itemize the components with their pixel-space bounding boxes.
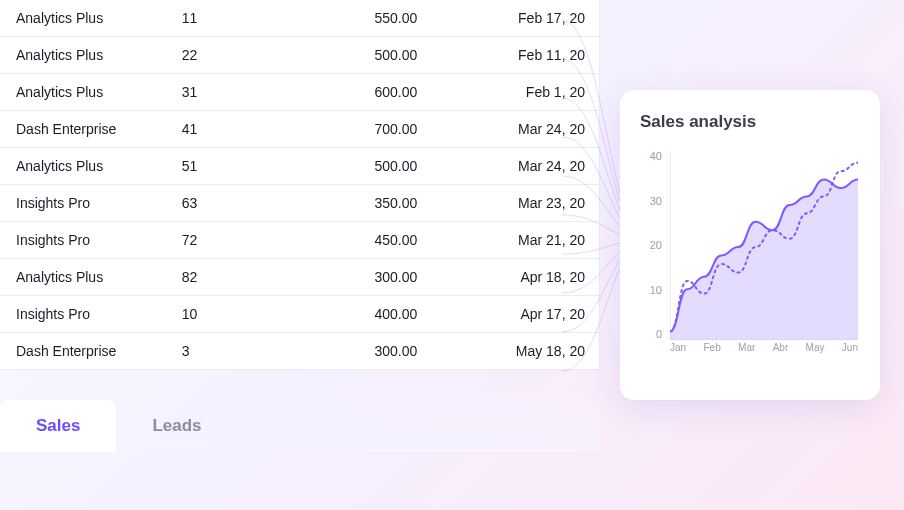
table-row[interactable]: Analytics Plus82300.00Apr 18, 20 <box>0 259 599 296</box>
qty-cell: 22 <box>170 37 270 74</box>
table-row[interactable]: Dash Enterprise41700.00Mar 24, 20 <box>0 111 599 148</box>
date-cell: Feb 11, 20 <box>429 37 599 74</box>
chart-area-fill <box>670 180 858 340</box>
qty-cell: 82 <box>170 259 270 296</box>
amount-cell: 600.00 <box>270 74 430 111</box>
y-axis: 403020100 <box>640 150 668 340</box>
date-cell: Mar 24, 20 <box>429 148 599 185</box>
y-tick: 20 <box>640 239 668 251</box>
qty-cell: 3 <box>170 333 270 370</box>
date-cell: May 18, 20 <box>429 333 599 370</box>
x-tick: Mar <box>738 342 755 353</box>
table-row[interactable]: Insights Pro10400.00Apr 17, 20 <box>0 296 599 333</box>
y-tick: 10 <box>640 284 668 296</box>
y-tick: 30 <box>640 195 668 207</box>
qty-cell: 31 <box>170 74 270 111</box>
qty-cell: 41 <box>170 111 270 148</box>
amount-cell: 350.00 <box>270 185 430 222</box>
qty-cell: 63 <box>170 185 270 222</box>
product-cell: Dash Enterprise <box>0 333 170 370</box>
chart-area: 403020100 JanFebMarAbrMayJun <box>640 150 860 360</box>
y-tick: 40 <box>640 150 668 162</box>
product-cell: Insights Pro <box>0 222 170 259</box>
amount-cell: 500.00 <box>270 148 430 185</box>
x-tick: Jun <box>842 342 858 353</box>
qty-cell: 51 <box>170 148 270 185</box>
product-cell: Analytics Plus <box>0 259 170 296</box>
table-row[interactable]: Insights Pro63350.00Mar 23, 20 <box>0 185 599 222</box>
date-cell: Feb 1, 20 <box>429 74 599 111</box>
date-cell: Mar 23, 20 <box>429 185 599 222</box>
chart-plot <box>670 150 858 340</box>
sales-table: Analytics Plus11550.00Feb 17, 20Analytic… <box>0 0 600 370</box>
table-row[interactable]: Analytics Plus11550.00Feb 17, 20 <box>0 0 599 37</box>
x-tick: Feb <box>703 342 720 353</box>
amount-cell: 550.00 <box>270 0 430 37</box>
product-cell: Analytics Plus <box>0 148 170 185</box>
table-row[interactable]: Analytics Plus51500.00Mar 24, 20 <box>0 148 599 185</box>
x-tick: Abr <box>773 342 789 353</box>
amount-cell: 700.00 <box>270 111 430 148</box>
tab-leads[interactable]: Leads <box>116 400 237 452</box>
table-row[interactable]: Dash Enterprise3300.00May 18, 20 <box>0 333 599 370</box>
product-cell: Analytics Plus <box>0 37 170 74</box>
table-row[interactable]: Analytics Plus22500.00Feb 11, 20 <box>0 37 599 74</box>
table-row[interactable]: Insights Pro72450.00Mar 21, 20 <box>0 222 599 259</box>
tabs-bar: Sales Leads <box>0 390 600 452</box>
table-row[interactable]: Analytics Plus31600.00Feb 1, 20 <box>0 74 599 111</box>
product-cell: Analytics Plus <box>0 0 170 37</box>
product-cell: Dash Enterprise <box>0 111 170 148</box>
amount-cell: 400.00 <box>270 296 430 333</box>
x-tick: Jan <box>670 342 686 353</box>
product-cell: Insights Pro <box>0 296 170 333</box>
product-cell: Analytics Plus <box>0 74 170 111</box>
date-cell: Apr 17, 20 <box>429 296 599 333</box>
qty-cell: 72 <box>170 222 270 259</box>
chart-title: Sales analysis <box>640 112 860 132</box>
qty-cell: 11 <box>170 0 270 37</box>
x-axis: JanFebMarAbrMayJun <box>670 342 858 353</box>
product-cell: Insights Pro <box>0 185 170 222</box>
amount-cell: 300.00 <box>270 259 430 296</box>
date-cell: Feb 17, 20 <box>429 0 599 37</box>
date-cell: Apr 18, 20 <box>429 259 599 296</box>
x-tick: May <box>806 342 825 353</box>
tab-sales[interactable]: Sales <box>0 400 116 452</box>
y-tick: 0 <box>640 328 668 340</box>
amount-cell: 300.00 <box>270 333 430 370</box>
qty-cell: 10 <box>170 296 270 333</box>
sales-analysis-card: Sales analysis 403020100 JanFebMarAbrMay… <box>620 90 880 400</box>
date-cell: Mar 24, 20 <box>429 111 599 148</box>
date-cell: Mar 21, 20 <box>429 222 599 259</box>
amount-cell: 450.00 <box>270 222 430 259</box>
amount-cell: 500.00 <box>270 37 430 74</box>
